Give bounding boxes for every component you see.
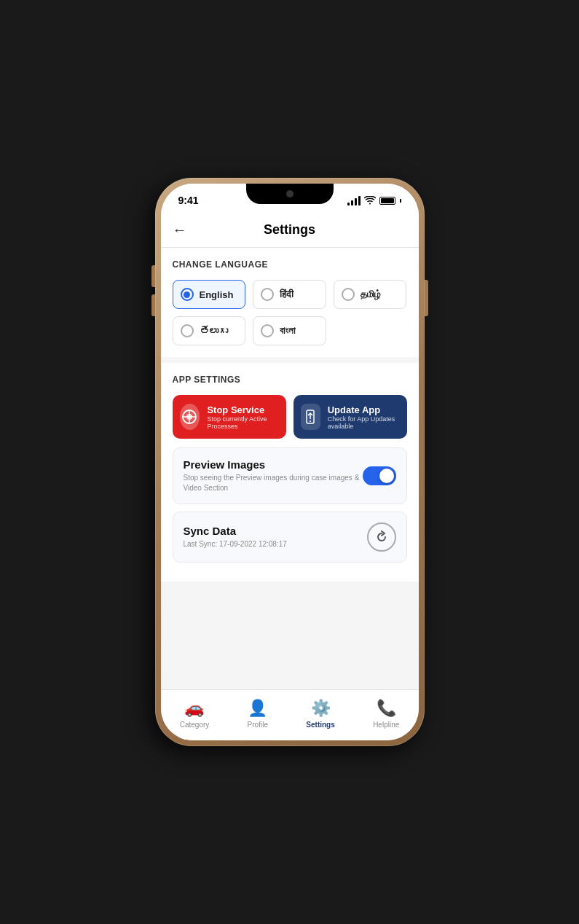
lang-label-tamil: தமிழ் — [361, 289, 381, 300]
lang-option-bangla[interactable]: বাংলা — [253, 316, 326, 345]
nav-settings-label: Settings — [306, 721, 334, 729]
preview-images-toggle[interactable] — [363, 466, 396, 485]
update-app-subtitle: Check for App Updates available — [328, 415, 400, 430]
status-time: 9:41 — [178, 195, 199, 206]
top-bar: ← Settings — [161, 213, 419, 248]
app-settings-title: APP SETTINGS — [173, 375, 407, 385]
update-app-title: Update App — [328, 404, 400, 415]
radio-telugu — [181, 324, 194, 337]
change-language-section: CHANGE LANGUAGE English हिंदी — [161, 248, 419, 357]
radio-dot-english — [184, 291, 190, 298]
update-app-text: Update App Check for App Updates availab… — [328, 404, 400, 430]
battery-tip — [400, 199, 401, 203]
page-title: Settings — [199, 222, 381, 238]
stop-service-icon — [180, 404, 200, 430]
nav-settings[interactable]: ⚙️ Settings — [297, 696, 343, 732]
nav-helpline-label: Helpline — [373, 721, 399, 729]
lang-option-hindi[interactable]: हिंदी — [253, 280, 326, 309]
radio-bangla — [261, 324, 274, 337]
language-grid-row1: English हिंदी தமிழ் — [173, 280, 407, 309]
toggle-knob — [379, 469, 394, 483]
screen-content: ← Settings CHANGE LANGUAGE English — [161, 213, 419, 689]
nav-category-label: Category — [180, 721, 210, 729]
helpline-icon: 📞 — [377, 699, 396, 718]
preview-images-subtitle: Stop seeing the Preview images during ca… — [184, 473, 363, 493]
sync-button[interactable] — [367, 522, 396, 552]
svg-point-6 — [310, 420, 311, 422]
lang-label-telugu: తెలుగు — [200, 326, 228, 337]
lang-label-hindi: हिंदी — [280, 289, 294, 300]
spacer — [161, 587, 419, 689]
stop-service-button[interactable]: Stop Service Stop currently Active Proce… — [173, 395, 286, 439]
change-language-title: CHANGE LANGUAGE — [173, 259, 407, 270]
lang-option-english[interactable]: English — [173, 280, 246, 309]
front-camera — [286, 190, 294, 197]
phone-screen: 9:41 — [161, 184, 419, 740]
sync-data-text: Sync Data Last Sync: 17-09-2022 12:08:17 — [184, 525, 367, 549]
category-icon: 🚗 — [184, 699, 204, 718]
wifi-icon — [364, 196, 376, 205]
update-app-button[interactable]: Update App Check for App Updates availab… — [294, 395, 407, 439]
settings-icon: ⚙️ — [311, 699, 331, 718]
stop-service-subtitle: Stop currently Active Processes — [207, 415, 278, 430]
preview-images-text: Preview Images Stop seeing the Preview i… — [184, 458, 363, 493]
phone-frame: 9:41 — [155, 178, 425, 746]
volume-up-button — [151, 265, 155, 287]
nav-profile[interactable]: 👤 Profile — [239, 696, 277, 732]
lang-label-english: English — [200, 289, 234, 300]
battery-icon — [379, 197, 395, 205]
status-icons — [347, 196, 401, 205]
power-button — [425, 280, 428, 316]
language-grid-row2: తెలుగు বাংলা — [173, 316, 407, 345]
bottom-nav: 🚗 Category 👤 Profile ⚙️ Settings 📞 Helpl… — [161, 689, 419, 740]
nav-helpline[interactable]: 📞 Helpline — [364, 696, 408, 732]
radio-tamil — [342, 288, 355, 301]
radio-hindi — [261, 288, 274, 301]
sync-data-subtitle: Last Sync: 17-09-2022 12:08:17 — [184, 539, 367, 549]
app-settings-buttons: Stop Service Stop currently Active Proce… — [173, 395, 407, 439]
nav-category[interactable]: 🚗 Category — [171, 696, 218, 732]
stop-icon-svg — [181, 409, 197, 425]
back-button[interactable]: ← — [173, 222, 187, 238]
lang-option-telugu[interactable]: తెలుగు — [173, 316, 246, 345]
update-icon-svg — [302, 409, 318, 425]
sync-data-card: Sync Data Last Sync: 17-09-2022 12:08:17 — [173, 512, 407, 563]
sync-icon — [375, 530, 388, 544]
nav-profile-label: Profile — [248, 721, 268, 729]
stop-service-text: Stop Service Stop currently Active Proce… — [207, 404, 278, 430]
volume-down-button — [151, 294, 155, 316]
preview-images-title: Preview Images — [184, 458, 363, 471]
profile-icon: 👤 — [248, 699, 267, 718]
radio-english — [181, 288, 194, 301]
sync-data-title: Sync Data — [184, 525, 367, 537]
stop-service-title: Stop Service — [207, 404, 278, 415]
signal-icon — [347, 196, 361, 205]
notch — [246, 184, 334, 204]
lang-option-tamil[interactable]: தமிழ் — [334, 280, 407, 309]
lang-label-bangla: বাংলা — [280, 325, 296, 337]
update-app-icon — [301, 404, 320, 430]
preview-images-card: Preview Images Stop seeing the Preview i… — [173, 447, 407, 504]
app-settings-section: APP SETTINGS — [161, 363, 419, 582]
